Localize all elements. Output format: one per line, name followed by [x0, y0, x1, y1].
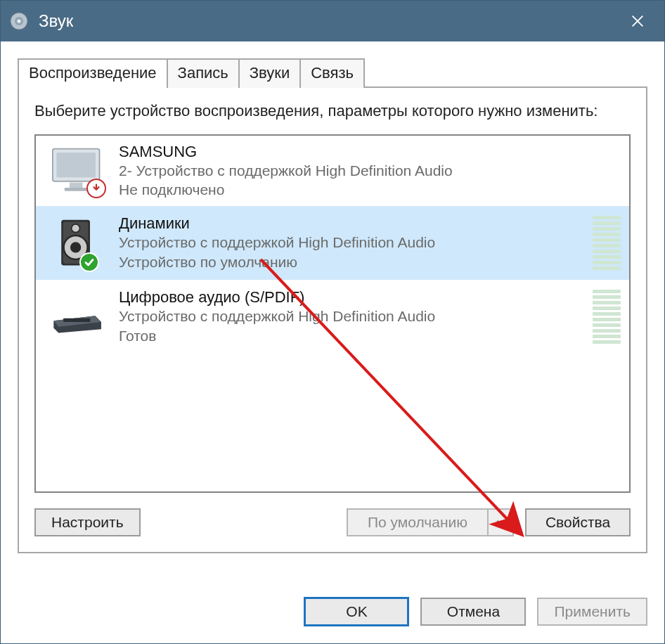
- device-name: SAMSUNG: [119, 143, 621, 161]
- device-desc: 2- Устройство с поддержкой High Definiti…: [119, 161, 621, 180]
- dropdown-arrow-icon[interactable]: [487, 508, 514, 536]
- svg-point-10: [70, 242, 81, 252]
- svg-rect-14: [63, 318, 90, 322]
- device-text: SAMSUNG 2- Устройство с поддержкой High …: [113, 143, 621, 200]
- svg-rect-5: [70, 183, 83, 188]
- monitor-icon: [43, 145, 113, 197]
- level-meter: [593, 287, 621, 347]
- device-item-samsung[interactable]: SAMSUNG 2- Устройство с поддержкой High …: [36, 136, 629, 207]
- configure-button[interactable]: Настроить: [34, 508, 141, 536]
- device-desc: Устройство с поддержкой High Definition …: [119, 233, 593, 252]
- svg-point-2: [17, 19, 20, 22]
- device-item-speakers[interactable]: Динамики Устройство с поддержкой High De…: [36, 206, 629, 280]
- tab-panel: Выберите устройство воспроизведения, пар…: [18, 86, 647, 553]
- tab-sounds[interactable]: Звуки: [238, 58, 301, 88]
- close-button[interactable]: [616, 1, 659, 41]
- unplugged-badge-icon: [86, 179, 106, 198]
- device-status: Устройство по умолчанию: [119, 252, 593, 271]
- device-text: Цифровое аудио (S/PDIF) Устройство с под…: [113, 288, 593, 345]
- ok-button[interactable]: OK: [304, 597, 409, 626]
- tab-strip: Воспроизведение Запись Звуки Связь: [18, 57, 647, 86]
- svg-rect-6: [65, 188, 88, 191]
- client-area: Воспроизведение Запись Звуки Связь Выбер…: [1, 41, 664, 581]
- speaker-icon: [43, 216, 113, 271]
- tab-recording[interactable]: Запись: [167, 58, 240, 88]
- device-desc: Устройство с поддержкой High Definition …: [119, 307, 593, 326]
- titlebar: Звук: [1, 1, 664, 41]
- device-name: Цифровое аудио (S/PDIF): [119, 288, 593, 307]
- set-default-button[interactable]: По умолчанию: [347, 508, 487, 536]
- device-text: Динамики Устройство с поддержкой High De…: [113, 214, 593, 271]
- level-meter: [593, 213, 621, 273]
- cancel-button[interactable]: Отмена: [420, 598, 526, 626]
- spdif-icon: [43, 299, 113, 335]
- device-status: Не подключено: [119, 180, 621, 199]
- device-status: Готов: [119, 326, 593, 345]
- set-default-split-button[interactable]: По умолчанию: [347, 508, 514, 536]
- device-name: Динамики: [119, 214, 593, 233]
- device-list[interactable]: SAMSUNG 2- Устройство с поддержкой High …: [34, 134, 631, 493]
- sound-dialog: Звук Воспроизведение Запись Звуки Связь …: [0, 0, 665, 644]
- apply-button[interactable]: Применить: [537, 598, 647, 626]
- svg-rect-4: [56, 153, 96, 177]
- device-item-spdif[interactable]: Цифровое аудио (S/PDIF) Устройство с под…: [36, 280, 629, 354]
- tab-playback[interactable]: Воспроизведение: [18, 58, 168, 88]
- properties-button[interactable]: Свойства: [525, 508, 631, 536]
- panel-buttons: Настроить По умолчанию Свойства: [34, 508, 631, 536]
- default-badge-icon: [79, 252, 99, 272]
- tab-comms[interactable]: Связь: [299, 58, 365, 88]
- sound-app-icon: [6, 8, 32, 34]
- dialog-buttons: OK Отмена Применить: [1, 581, 664, 643]
- instruction-text: Выберите устройство воспроизведения, пар…: [34, 101, 631, 122]
- window-title: Звук: [39, 11, 616, 31]
- svg-point-11: [72, 224, 80, 233]
